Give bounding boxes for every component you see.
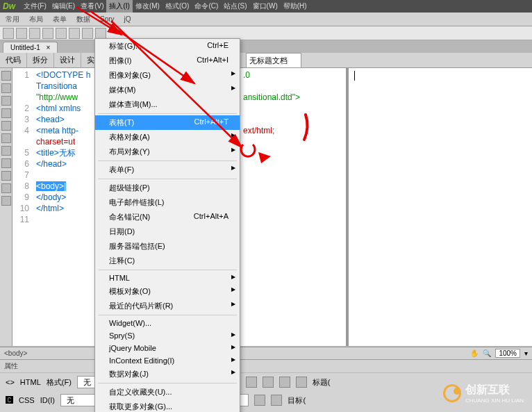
tool-icon[interactable]: [1, 183, 11, 193]
toolbar-icon[interactable]: [95, 28, 106, 39]
css-icon[interactable]: 🅲: [6, 396, 13, 404]
app-logo: Dw: [3, 1, 15, 11]
design-view[interactable]: [346, 68, 532, 346]
menu-item[interactable]: 电子邮件链接(L): [95, 195, 240, 210]
toolbar-icon[interactable]: [29, 28, 40, 39]
menu-modify[interactable]: 修改(M): [133, 0, 163, 13]
menu-separator: [98, 270, 237, 270]
outdent-icon[interactable]: [296, 377, 307, 388]
toolbar-icon[interactable]: [3, 28, 14, 39]
tool-icon[interactable]: [1, 96, 11, 106]
toolbar-icon[interactable]: [69, 28, 80, 39]
menu-item[interactable]: 获取更多对象(G)...: [95, 399, 240, 412]
zoom-value[interactable]: 100%: [495, 349, 520, 358]
watermark-text: 创新互联: [465, 383, 524, 397]
menu-item[interactable]: 命名锚记(N)Ctrl+Alt+A: [95, 210, 240, 224]
menu-item[interactable]: 日期(D): [95, 224, 240, 239]
menu-separator: [98, 315, 237, 315]
menu-item[interactable]: 模板对象(O): [95, 284, 240, 299]
document-tab[interactable]: Untitled-1 ×: [3, 42, 58, 53]
menu-item[interactable]: 表单(F): [95, 163, 240, 177]
menu-item[interactable]: Spry(S): [95, 329, 240, 342]
insert-toolbar: 常用 布局 表单 数据 Spry jQ: [0, 13, 532, 26]
link-icon[interactable]: [254, 395, 265, 406]
tool-icon[interactable]: [1, 146, 11, 156]
format-label: 格式(F): [47, 377, 72, 388]
menu-help[interactable]: 帮助(H): [281, 0, 310, 13]
tool-icon[interactable]: [1, 171, 11, 181]
text-cursor: [354, 71, 355, 81]
menu-edit[interactable]: 编辑(E): [49, 0, 78, 13]
toolbar-icon[interactable]: [56, 28, 67, 39]
tool-icon[interactable]: [1, 83, 11, 93]
menu-item[interactable]: HTML: [95, 272, 240, 284]
tool-icon[interactable]: [1, 196, 11, 206]
menu-item[interactable]: Widget(W)...: [95, 317, 240, 329]
view-design[interactable]: 设计: [54, 53, 81, 67]
menu-separator: [98, 383, 237, 384]
close-icon[interactable]: ×: [47, 44, 51, 51]
menu-item[interactable]: 图像(I)Ctrl+Alt+I: [95, 53, 240, 68]
toolbar-icon[interactable]: [82, 28, 93, 39]
title-input[interactable]: [246, 53, 301, 68]
watermark-subtext: CHUANG XIN HU LIAN: [465, 397, 524, 404]
menu-item[interactable]: 超级链接(P): [95, 181, 240, 195]
tool-icon[interactable]: [1, 121, 11, 131]
list-icon[interactable]: [263, 377, 274, 388]
menu-command[interactable]: 命令(C): [192, 0, 221, 13]
menu-item[interactable]: 注释(C): [95, 254, 240, 268]
view-code[interactable]: 代码: [0, 53, 27, 67]
tb-data[interactable]: 数据: [74, 14, 93, 25]
menu-item[interactable]: 图像对象(G): [95, 68, 240, 83]
menu-item[interactable]: 自定义收藏夹(U)...: [95, 385, 240, 399]
tag-path[interactable]: <body>: [4, 349, 27, 357]
tb-jq[interactable]: jQ: [122, 15, 134, 24]
html-label: HTML: [20, 378, 41, 386]
menu-site[interactable]: 站点(S): [221, 0, 249, 13]
tb-common[interactable]: 常用: [3, 14, 22, 25]
menu-item[interactable]: 表格(T)Ctrl+Alt+T: [95, 115, 240, 130]
toolbar-icon[interactable]: [16, 28, 27, 39]
tb-layout[interactable]: 布局: [26, 14, 46, 25]
menu-item[interactable]: 媒体(M): [95, 83, 240, 97]
view-split[interactable]: 拆分: [27, 53, 54, 67]
chevron-down-icon[interactable]: ▾: [524, 349, 528, 357]
tool-icon[interactable]: [1, 158, 11, 168]
tool-icon[interactable]: [1, 133, 11, 143]
menu-file[interactable]: 文件(F): [21, 0, 49, 13]
menu-item[interactable]: 媒体查询(M)...: [95, 97, 240, 112]
html-icon[interactable]: <>: [6, 378, 15, 386]
view-switcher: 代码 拆分 设计 实: [0, 53, 532, 68]
indent-icon[interactable]: [279, 377, 290, 388]
menu-item[interactable]: 数据对象(J): [95, 367, 240, 381]
hand-icon[interactable]: ✋: [470, 349, 479, 357]
list-icon[interactable]: [246, 377, 257, 388]
menu-item[interactable]: InContext Editing(I): [95, 354, 240, 367]
menu-item[interactable]: jQuery Mobile: [95, 342, 240, 354]
menu-insert[interactable]: 插入(I): [106, 0, 132, 13]
menu-view[interactable]: 查看(V): [78, 0, 106, 13]
menu-item[interactable]: 表格对象(A): [95, 130, 240, 145]
code-fragment: ansitional.dtd">: [243, 92, 300, 103]
menu-item[interactable]: 服务器端包括(E): [95, 239, 240, 254]
watermark: 创新互联 CHUANG XIN HU LIAN: [443, 383, 524, 404]
tool-icon[interactable]: [1, 108, 11, 118]
menu-item[interactable]: 布局对象(Y): [95, 145, 240, 159]
icon-toolbar: [0, 26, 532, 40]
tool-icon[interactable]: [1, 71, 11, 81]
tb-spry[interactable]: Spry: [97, 15, 117, 24]
code-fragment: ext/html;: [243, 125, 274, 136]
menu-separator: [98, 179, 237, 179]
tb-form[interactable]: 表单: [50, 14, 69, 25]
line-gutter: 1 2 3 4 5 6 7 8 9 10 11: [13, 68, 33, 346]
menu-format[interactable]: 格式(O): [163, 0, 192, 13]
menu-item[interactable]: 标签(G)...Ctrl+E: [95, 39, 240, 53]
menu-window[interactable]: 窗口(W): [250, 0, 281, 13]
main-area: 1 2 3 4 5 6 7 8 9 10 11 <!DOCTYPE h Tran…: [0, 68, 532, 346]
menu-item[interactable]: 最近的代码片断(R): [95, 299, 240, 313]
toolbar-icon[interactable]: [42, 28, 53, 39]
folder-icon[interactable]: [271, 395, 282, 406]
zoom-icon[interactable]: 🔍: [483, 349, 491, 357]
title-attr-label: 标题(: [313, 377, 331, 388]
watermark-icon: [443, 384, 461, 402]
